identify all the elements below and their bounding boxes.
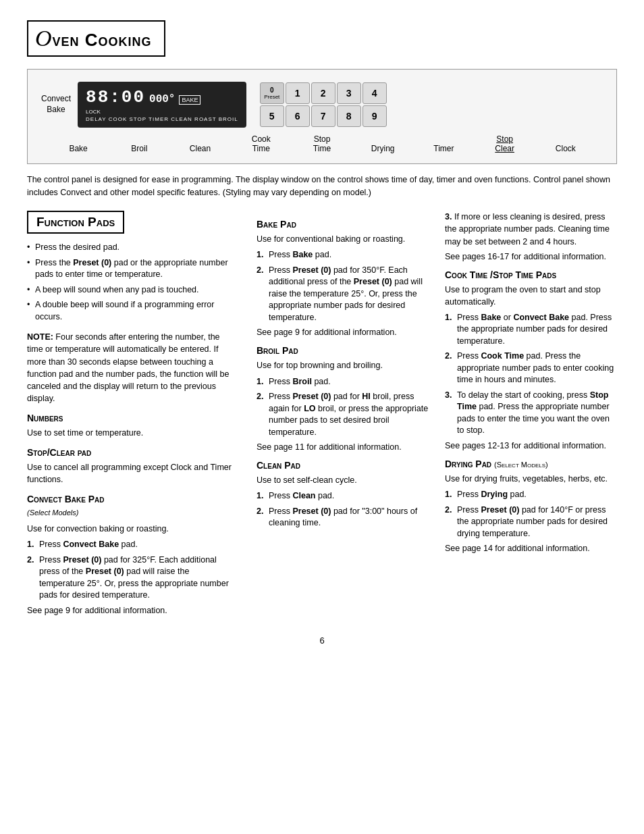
- key-0-preset[interactable]: 0Preset: [260, 82, 284, 104]
- pad-label-drying: Drying: [366, 144, 400, 153]
- clean-steps: 1.Press Clean pad. 2.Press Preset (0) pa…: [257, 490, 429, 529]
- drying-see-page: See page 14 for additional information.: [445, 544, 617, 553]
- pad-label-cook-time: CookTime: [244, 134, 278, 154]
- oven-display: 88:00 000° BAKE LOCK DELAY COOK STOP TIM…: [78, 82, 246, 128]
- convect-step-2: 2.Press Preset (0) pad for 325°F. Each a…: [27, 554, 236, 602]
- cleaning-note: 3. If more or less cleaning is desired, …: [445, 211, 617, 247]
- right-column: Bake Pad Use for conventional baking or …: [257, 211, 617, 622]
- function-pads-title-text: Function Pads: [36, 215, 115, 229]
- pad-label-stop-time: StopTime: [305, 134, 339, 154]
- display-lock-row: LOCK: [86, 109, 238, 115]
- mid-column: Bake Pad Use for conventional baking or …: [257, 211, 429, 560]
- display-bake-badge: BAKE: [179, 95, 200, 105]
- broil-pad-text: Use for top browning and broiling.: [257, 359, 429, 371]
- bake-step-2: 2.Press Preset (0) pad for 350°F. Each a…: [257, 265, 429, 324]
- convect-bake-label: ConvectBake: [41, 94, 71, 115]
- title-text: ven Cooking: [53, 30, 152, 50]
- stop-clear-heading: Stop/Clear pad: [27, 447, 236, 458]
- clean-pad-text: Use to set self-clean cycle.: [257, 474, 429, 486]
- key-8[interactable]: 8: [337, 105, 361, 127]
- key-3[interactable]: 3: [337, 82, 361, 104]
- pad-label-clock: Clock: [549, 144, 583, 153]
- pad-label-timer: Timer: [427, 144, 460, 153]
- bake-see-page: See page 9 for additional information.: [257, 328, 429, 337]
- bake-pad-text: Use for conventional baking or roasting.: [257, 233, 429, 245]
- convect-step-1: 1.Press Convect Bake pad.: [27, 539, 236, 551]
- stop-clear-text: Use to cancel all programming except Clo…: [27, 461, 236, 486]
- cook-stop-steps: 1.Press Bake or Convect Bake pad. Press …: [445, 312, 617, 437]
- pad-label-broil: Broil: [122, 144, 156, 153]
- key-7[interactable]: 7: [311, 105, 336, 127]
- pad-label-bake: Bake: [61, 144, 95, 153]
- broil-steps: 1.Press Broil pad. 2.Press Preset (0) pa…: [257, 376, 429, 439]
- left-column: Function Pads Press the desired pad. Pre…: [27, 211, 236, 622]
- cook-stop-see-page: See pages 12-13 for additional informati…: [445, 441, 617, 450]
- broil-step-1: 1.Press Broil pad.: [257, 376, 429, 388]
- cleaning-see-page: See pages 16-17 for additional informati…: [445, 252, 617, 261]
- title-o-letter: O: [35, 26, 53, 51]
- pad-label-clean: Clean: [184, 144, 217, 153]
- main-content: Function Pads Press the desired pad. Pre…: [27, 211, 617, 622]
- control-panel-diagram: ConvectBake 88:00 000° BAKE LOCK DELAY C…: [27, 69, 617, 164]
- drying-pad-text: Use for drying fruits, vegetables, herbs…: [445, 473, 617, 485]
- clean-pad-heading: Clean Pad: [257, 460, 429, 471]
- display-time: 88:00: [86, 87, 145, 107]
- cook-stop-step-3: 3.To delay the start of cooking, press S…: [445, 390, 617, 437]
- drying-steps: 1.Press Drying pad. 2.Press Preset (0) p…: [445, 489, 617, 540]
- pad-labels-row: Bake Broil Clean CookTime StopTime Dryin…: [41, 134, 603, 154]
- bullet-4: A double beep will sound if a programmin…: [27, 299, 236, 323]
- function-pads-title: Function Pads: [27, 211, 124, 234]
- page-number: 6: [27, 635, 617, 646]
- description-paragraph: The control panel is designed for ease i…: [27, 174, 617, 199]
- numbers-text: Use to set time or temperature.: [27, 427, 236, 439]
- display-bottom-labels: DELAY COOK STOP TIMER CLEAN ROAST BROIL: [86, 116, 238, 122]
- bake-pad-heading: Bake Pad: [257, 219, 429, 230]
- cook-stop-step-2: 2.Press Cook Time pad. Press the appropr…: [445, 350, 617, 386]
- convect-see-page: See page 9 for additional information.: [27, 606, 236, 615]
- function-pads-bullets: Press the desired pad. Press the Preset …: [27, 242, 236, 323]
- bullet-2: Press the Preset (0) pad or the appropri…: [27, 257, 236, 281]
- three-col-layout: Bake Pad Use for conventional baking or …: [257, 211, 617, 560]
- key-9[interactable]: 9: [363, 105, 387, 127]
- bake-steps: 1.Press Bake pad. 2.Press Preset (0) pad…: [257, 249, 429, 323]
- drying-pad-heading: Drying Pad (Select Models): [445, 459, 617, 469]
- display-lock-label: LOCK: [86, 109, 101, 115]
- display-row1: 88:00 000° BAKE: [86, 87, 238, 107]
- key-4[interactable]: 4: [363, 82, 387, 104]
- number-pad: 0Preset 1 2 3 4 5 6 7 8 9: [260, 82, 387, 127]
- broil-step-2: 2.Press Preset (0) pad for HI broil, pre…: [257, 391, 429, 438]
- convect-bake-select-models: (Select Models): [27, 508, 236, 519]
- pad-label-stop-clear: StopClear: [488, 134, 522, 154]
- key-2[interactable]: 2: [311, 82, 336, 104]
- drying-step-2: 2.Press Preset (0) pad for 140°F or pres…: [445, 504, 617, 540]
- broil-see-page: See page 11 for additional information.: [257, 442, 429, 452]
- cook-stop-step-1: 1.Press Bake or Convect Bake pad. Press …: [445, 312, 617, 348]
- key-5[interactable]: 5: [260, 105, 284, 127]
- cook-stop-time-heading: Cook Time /Stop Time Pads: [445, 269, 617, 280]
- control-panel-inner: ConvectBake 88:00 000° BAKE LOCK DELAY C…: [41, 82, 603, 128]
- convect-bake-steps: 1.Press Convect Bake pad. 2.Press Preset…: [27, 539, 236, 602]
- bake-step-1: 1.Press Bake pad.: [257, 249, 429, 261]
- page-title-block: Oven Cooking: [27, 20, 617, 69]
- note-block: NOTE: Four seconds after entering the nu…: [27, 331, 236, 405]
- clean-step-1: 1.Press Clean pad.: [257, 490, 429, 502]
- convect-bake-pad-heading: Convect Bake Pad: [27, 494, 236, 504]
- clean-step-2: 2.Press Preset (0) pad for "3:00" hours …: [257, 506, 429, 529]
- numbers-heading: Numbers: [27, 413, 236, 423]
- bullet-3: A beep will sound when any pad is touche…: [27, 284, 236, 296]
- far-column: 3. If more or less cleaning is desired, …: [445, 211, 617, 560]
- broil-pad-heading: Broil Pad: [257, 345, 429, 356]
- key-6[interactable]: 6: [286, 105, 310, 127]
- convect-bake-pad-text: Use for convection baking or roasting.: [27, 523, 236, 535]
- bullet-1: Press the desired pad.: [27, 242, 236, 254]
- display-deg: 000°: [149, 93, 175, 105]
- key-1[interactable]: 1: [286, 82, 310, 104]
- drying-step-1: 1.Press Drying pad.: [445, 489, 617, 501]
- cook-stop-time-text: Use to program the oven to start and sto…: [445, 284, 617, 308]
